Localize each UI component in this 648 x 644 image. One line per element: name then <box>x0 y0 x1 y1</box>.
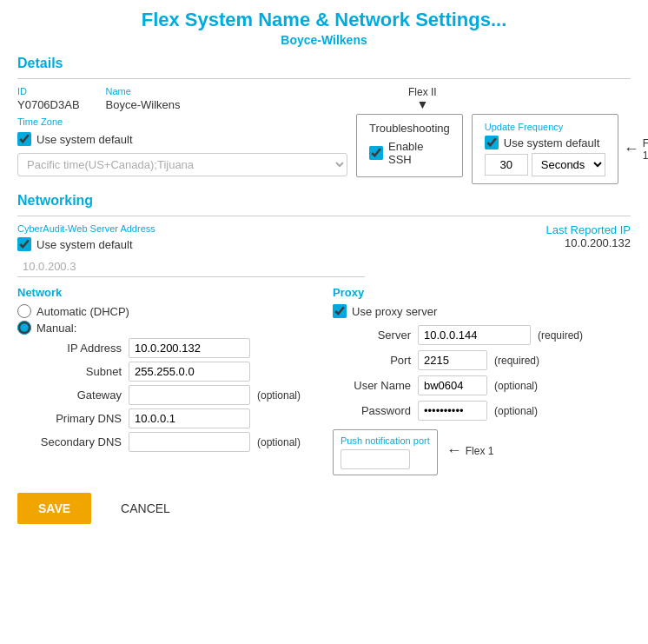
details-section-header: Details <box>17 56 631 71</box>
proxy-section: Proxy Use proxy server Server (required)… <box>333 286 631 475</box>
timezone-checkbox[interactable] <box>17 132 31 146</box>
flex1-label-details: Flex 1 <box>643 137 648 162</box>
cyberaudit-input[interactable] <box>17 256 365 277</box>
page-subtitle: Boyce-Wilkens <box>17 33 631 47</box>
id-label: ID <box>17 86 80 96</box>
enable-ssh-checkbox[interactable] <box>369 146 383 160</box>
flex2-label: Flex II <box>408 86 437 98</box>
password-label: Password <box>333 404 411 417</box>
port-label: Port <box>333 354 411 367</box>
subnet-input[interactable] <box>129 362 250 382</box>
automatic-label: Automatic (DHCP) <box>36 305 129 318</box>
name-label: Name <box>106 86 181 96</box>
server-required: (required) <box>538 329 583 342</box>
networking-section: Networking CyberAudit-Web Server Address… <box>17 193 631 475</box>
update-freq-label: Update Frequency <box>485 122 605 132</box>
push-notif-input[interactable] <box>341 449 410 469</box>
button-row: SAVE CANCEL <box>17 493 631 524</box>
enable-ssh-label: Enable SSH <box>388 140 450 166</box>
details-section: Details ID Y0706D3AB Name Boyce-Wilkens … <box>17 56 631 184</box>
use-proxy-checkbox[interactable] <box>333 304 347 318</box>
username-label: User Name <box>333 379 411 392</box>
port-required: (required) <box>494 355 539 367</box>
network-section: Network Automatic (DHCP) Manual: IP Addr… <box>17 286 315 475</box>
last-reported-label: Last Reported IP <box>546 223 631 236</box>
secondary-dns-label: Secondary DNS <box>35 435 122 448</box>
name-value: Boyce-Wilkens <box>106 98 181 111</box>
use-proxy-label: Use proxy server <box>352 305 437 318</box>
server-label: Server <box>333 329 411 342</box>
push-notif-box: Push notification port <box>333 429 438 475</box>
troubleshooting-box: Troubleshooting Enable SSH <box>356 114 463 177</box>
manual-radio[interactable] <box>17 321 31 335</box>
timezone-checkbox-label: Use system default <box>36 133 133 146</box>
primary-dns-label: Primary DNS <box>35 412 122 425</box>
update-freq-checkbox[interactable] <box>485 136 499 149</box>
password-input[interactable] <box>418 401 487 421</box>
cancel-button[interactable]: CANCEL <box>100 493 191 524</box>
proxy-label: Proxy <box>333 286 631 299</box>
ip-address-label: IP Address <box>35 342 122 355</box>
primary-dns-input[interactable] <box>129 408 250 428</box>
page-title: Flex System Name & Network Settings... <box>17 9 631 31</box>
secondary-dns-optional: (optional) <box>257 436 301 448</box>
gateway-optional: (optional) <box>257 389 301 402</box>
push-notif-label: Push notification port <box>341 435 430 446</box>
update-freq-unit-select[interactable]: Seconds <box>532 153 605 176</box>
ip-address-input[interactable] <box>129 338 250 358</box>
gateway-input[interactable] <box>129 385 250 405</box>
secondary-dns-input[interactable] <box>129 432 250 452</box>
timezone-select[interactable]: Pacific time(US+Canada);Tijuana <box>17 153 347 176</box>
port-input[interactable] <box>418 350 487 370</box>
ip-form: IP Address Subnet Gateway (optional) Pri… <box>35 338 315 452</box>
last-reported-section: Last Reported IP 10.0.200.132 <box>546 223 631 249</box>
details-divider <box>17 78 631 79</box>
networking-divider <box>17 216 631 216</box>
flex1-label-network: Flex 1 <box>466 445 494 457</box>
password-optional: (optional) <box>494 405 538 417</box>
cyberaudit-checkbox-label: Use system default <box>36 238 133 251</box>
update-freq-checkbox-label: Use system default <box>504 136 600 149</box>
save-button[interactable]: SAVE <box>17 493 91 524</box>
manual-label: Manual: <box>36 322 76 335</box>
username-optional: (optional) <box>494 380 538 392</box>
username-input[interactable] <box>418 375 487 395</box>
update-freq-box: Update Frequency Use system default Seco… <box>472 114 618 184</box>
cyberaudit-label: CyberAudit-Web Server Address <box>17 223 365 234</box>
troubleshooting-label: Troubleshooting <box>369 122 450 135</box>
down-arrow-icon: ▼ <box>416 98 428 110</box>
network-label: Network <box>17 286 315 299</box>
push-left-arrow-icon: ← <box>446 442 462 460</box>
networking-section-header: Networking <box>17 193 631 209</box>
cyberaudit-checkbox[interactable] <box>17 237 31 251</box>
timezone-label: Time Zone <box>17 116 347 127</box>
id-value: Y0706D3AB <box>17 98 80 111</box>
update-freq-number[interactable] <box>485 154 528 176</box>
gateway-label: Gateway <box>35 388 122 402</box>
automatic-radio[interactable] <box>17 304 31 318</box>
last-reported-value: 10.0.200.132 <box>546 236 631 249</box>
subnet-label: Subnet <box>35 365 122 378</box>
left-arrow-icon: ← <box>624 140 639 158</box>
server-input[interactable] <box>418 325 531 345</box>
